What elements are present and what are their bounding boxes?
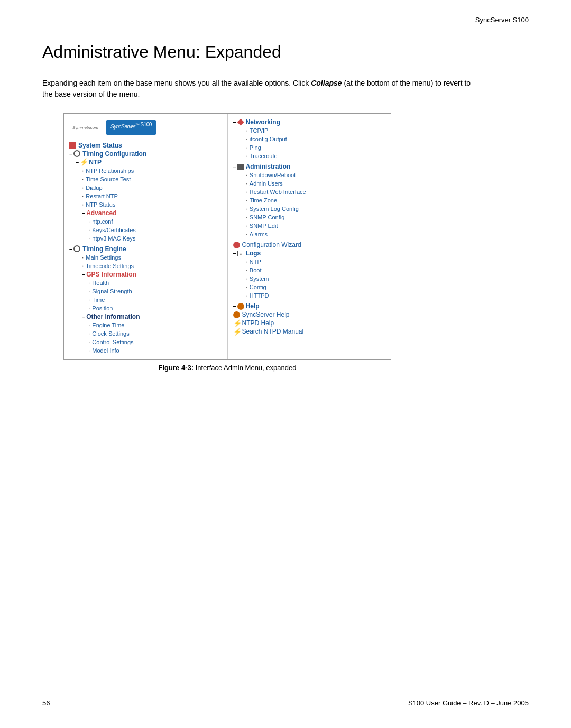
ntp-minus: –: [76, 159, 79, 165]
gps-info-item[interactable]: – GPS Information: [69, 270, 222, 279]
timing-config-item[interactable]: – Timing Configuration: [69, 150, 222, 158]
logs-item[interactable]: – ≡ Logs: [233, 249, 386, 257]
menu-right-column: – Networking · TCP/IP · ifconfig Output …: [228, 114, 391, 359]
ntp-item[interactable]: – ⚡ NTP: [69, 158, 222, 167]
config-wizard-item[interactable]: Configuration Wizard: [233, 241, 386, 249]
log-boot-item[interactable]: · Boot: [233, 266, 386, 274]
bullet-ntp-status: ·: [82, 201, 84, 208]
clock-settings-item[interactable]: · Clock Settings: [69, 329, 222, 338]
timing-engine-item[interactable]: – Timing Engine: [69, 245, 222, 253]
shutdown-label: Shutdown/Reboot: [250, 172, 296, 178]
model-info-item[interactable]: · Model Info: [69, 346, 222, 355]
time-source-test-item[interactable]: · Time Source Test: [69, 175, 222, 183]
restart-ntp-item[interactable]: · Restart NTP: [69, 192, 222, 200]
ntpconf-item[interactable]: · ntp.conf: [69, 217, 222, 226]
administration-icon: [237, 164, 244, 170]
traceroute-item[interactable]: · Traceroute: [233, 152, 386, 160]
main-settings-item[interactable]: · Main Settings: [69, 253, 222, 262]
log-system-item[interactable]: · System: [233, 274, 386, 283]
search-ntpd-icon: ⚡: [233, 328, 240, 335]
help-item[interactable]: – Help: [233, 302, 386, 310]
log-config-item[interactable]: · Config: [233, 283, 386, 291]
advanced-item[interactable]: – Advanced: [69, 209, 222, 217]
bullet-ifconfig: ·: [246, 135, 247, 143]
ntp-status-label: NTP Status: [86, 201, 115, 208]
timezone-item[interactable]: · Time Zone: [233, 196, 386, 205]
log-httpd-item[interactable]: · HTTPD: [233, 291, 386, 300]
ifconfig-item[interactable]: · ifconfig Output: [233, 135, 386, 143]
ntpd-help-label: NTPD Help: [242, 319, 274, 327]
ifconfig-label: ifconfig Output: [250, 136, 287, 142]
help-minus: –: [233, 303, 236, 309]
networking-item[interactable]: – Networking: [233, 118, 386, 126]
dialup-item[interactable]: · Dialup: [69, 183, 222, 192]
bullet-keys: ·: [88, 226, 90, 234]
bullet-clock: ·: [88, 330, 90, 337]
engine-time-item[interactable]: · Engine Time: [69, 321, 222, 329]
bullet-tcpip: ·: [246, 127, 247, 134]
bullet-control: ·: [88, 338, 90, 346]
alarms-label: Alarms: [250, 231, 268, 237]
bullet-engine-time: ·: [88, 321, 90, 329]
bullet-model-info: ·: [88, 347, 90, 354]
control-settings-item[interactable]: · Control Settings: [69, 338, 222, 346]
shutdown-item[interactable]: · Shutdown/Reboot: [233, 171, 386, 179]
footer-page-number: 56: [42, 699, 50, 707]
bullet-log-boot: ·: [246, 266, 247, 274]
other-info-item[interactable]: – Other Information: [69, 312, 222, 321]
bullet-health: ·: [88, 279, 90, 287]
administration-item[interactable]: – Administration: [233, 162, 386, 171]
search-ntpd-item[interactable]: ⚡ Search NTPD Manual: [233, 327, 386, 336]
restart-web-label: Restart Web Interface: [250, 189, 306, 195]
alarms-item[interactable]: · Alarms: [233, 230, 386, 238]
admin-users-item[interactable]: · Admin Users: [233, 179, 386, 188]
keys-certs-label: Keys/Certificates: [92, 227, 136, 233]
timing-config-icon: [73, 150, 80, 157]
timecode-settings-item[interactable]: · Timecode Settings: [69, 262, 222, 270]
bullet-log-httpd: ·: [246, 292, 247, 299]
ntp-status-item[interactable]: · NTP Status: [69, 200, 222, 209]
syslog-item[interactable]: · System Log Config: [233, 205, 386, 213]
bullet-signal: ·: [88, 288, 90, 295]
footer-guide-info: S100 User Guide – Rev. D – June 2005: [408, 699, 529, 707]
tcpip-item[interactable]: · TCP/IP: [233, 126, 386, 135]
sync-text: SyncServer™ S100: [110, 124, 152, 130]
snmp-config-item[interactable]: · SNMP Config: [233, 213, 386, 222]
signal-strength-item[interactable]: · Signal Strength: [69, 287, 222, 296]
timecode-settings-label: Timecode Settings: [86, 263, 134, 269]
menu-left-column: Symmetricom SyncServer™ S100 System Stat…: [64, 114, 228, 359]
networking-icon: [237, 119, 244, 126]
log-httpd-label: HTTPD: [250, 292, 269, 299]
ntpd-help-item[interactable]: ⚡ NTPD Help: [233, 319, 386, 327]
health-label: Health: [92, 280, 109, 286]
bullet-alarms: ·: [246, 231, 247, 238]
ntp-relationships-item[interactable]: · NTP Relationships: [69, 167, 222, 175]
help-label: Help: [246, 302, 260, 310]
syncserver-help-icon: [233, 311, 240, 318]
time-item[interactable]: · Time: [69, 296, 222, 304]
restart-web-item[interactable]: · Restart Web Interface: [233, 188, 386, 196]
control-settings-label: Control Settings: [92, 339, 133, 345]
bullet-position: ·: [88, 305, 90, 312]
bullet-ntpv3: ·: [88, 235, 90, 242]
time-source-test-label: Time Source Test: [86, 176, 131, 182]
snmp-edit-item[interactable]: · SNMP Edit: [233, 222, 386, 230]
syslog-label: System Log Config: [250, 206, 299, 212]
health-item[interactable]: · Health: [69, 279, 222, 287]
keys-certs-item[interactable]: · Keys/Certificates: [69, 226, 222, 234]
system-status-item[interactable]: System Status: [69, 141, 222, 150]
menu-screenshot: Symmetricom SyncServer™ S100 System Stat…: [63, 113, 391, 360]
bullet-timecode: ·: [82, 262, 84, 270]
ntpv3-mac-item[interactable]: · ntpv3 MAC Keys: [69, 234, 222, 243]
traceroute-label: Traceroute: [250, 153, 278, 159]
config-wizard-icon: [233, 242, 240, 248]
log-ntp-item[interactable]: · NTP: [233, 257, 386, 266]
system-status-icon: [69, 142, 76, 149]
logo-area: Symmetricom SyncServer™ S100: [69, 118, 222, 137]
syncserver-help-item[interactable]: SyncServer Help: [233, 310, 386, 319]
ntpd-help-icon: ⚡: [233, 320, 240, 327]
ntp-relationships-label: NTP Relationships: [86, 168, 134, 174]
position-item[interactable]: · Position: [69, 304, 222, 312]
bullet-time: ·: [88, 296, 90, 303]
ping-item[interactable]: · Ping: [233, 143, 386, 152]
